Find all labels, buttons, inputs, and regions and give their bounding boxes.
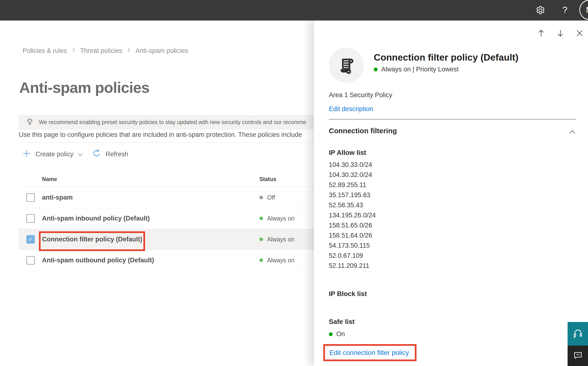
column-header-status[interactable]: Status <box>259 176 276 183</box>
close-icon[interactable] <box>575 28 584 38</box>
status-dot-icon <box>374 68 378 71</box>
policy-details-flyout: Connection filter policy (Default) Alway… <box>314 20 588 366</box>
chevron-right-icon <box>127 47 131 55</box>
section-title: Connection filtering <box>329 127 397 135</box>
safe-list-status: On <box>329 330 345 338</box>
annotation-red-box: Edit connection filter policy <box>323 344 417 361</box>
status-label: Off <box>267 194 275 201</box>
status-label: On <box>336 330 345 338</box>
row-checkbox[interactable] <box>26 214 35 223</box>
status-dot-icon <box>329 332 333 336</box>
breadcrumb: Policies & rules Threat policies Anti-sp… <box>22 47 188 55</box>
ip-allow-list-label: IP Allow list <box>329 149 366 157</box>
refresh-icon <box>92 149 101 160</box>
row-checkbox-checked[interactable] <box>26 235 35 244</box>
policy-name: Connection filter policy (Default) <box>42 236 142 243</box>
toolbar: Create policy Refresh <box>22 148 128 161</box>
avatar-initial: M <box>586 5 588 15</box>
policy-name: Anti-spam inbound policy (Default) <box>42 215 150 222</box>
feedback-button[interactable] <box>568 346 588 366</box>
flyout-nav <box>536 28 584 38</box>
banner-text: We recommend enabling preset security po… <box>39 119 306 126</box>
next-item-button[interactable] <box>556 28 565 38</box>
page-title: Anti-spam policies <box>19 79 149 96</box>
refresh-label: Refresh <box>106 151 129 158</box>
status-label: Always on <box>267 257 294 264</box>
edit-description-link[interactable]: Edit description <box>329 105 373 113</box>
policy-description: Area 1 Security Policy <box>329 92 392 99</box>
app-window: ? M Policies & rules Threat policies Ant… <box>0 0 588 366</box>
flyout-title: Connection filter policy (Default) <box>374 52 578 63</box>
policy-status: Always on <box>259 215 294 222</box>
ip-block-list-label: IP Block list <box>329 290 367 298</box>
column-header-name[interactable]: Name <box>42 176 57 183</box>
policy-type-badge <box>329 48 364 83</box>
status-dot-icon <box>259 238 263 241</box>
question-mark-icon: ? <box>563 5 568 15</box>
policy-name: Anti-spam outbound policy (Default) <box>42 257 154 264</box>
breadcrumb-threat-policies[interactable]: Threat policies <box>80 47 123 55</box>
ip-entry: 158.51.64.0/26 <box>329 230 376 240</box>
edit-connection-filter-policy-link[interactable]: Edit connection filter policy <box>329 349 409 357</box>
ip-entry: 104.30.33.0/24 <box>329 160 376 170</box>
settings-button[interactable] <box>535 5 546 16</box>
previous-item-button[interactable] <box>536 28 546 38</box>
policy-status: Always on <box>259 257 294 264</box>
plus-icon <box>22 149 31 160</box>
create-policy-button[interactable]: Create policy <box>22 149 83 160</box>
ip-entry: 134.195.26.0/24 <box>329 210 376 220</box>
ip-entry: 52.89.255.11 <box>329 180 376 190</box>
policy-status: Always on <box>259 236 294 243</box>
create-policy-label: Create policy <box>36 151 74 158</box>
top-bar: ? M <box>0 0 588 20</box>
account-avatar[interactable]: M <box>579 0 588 20</box>
status-label: Always on <box>267 236 294 243</box>
chevron-down-icon <box>77 151 83 159</box>
status-dot-icon <box>259 196 263 199</box>
ip-entry: 54.173.50.115 <box>329 240 376 251</box>
section-connection-filtering[interactable]: Connection filtering <box>329 127 576 135</box>
ip-entry: 35.157.195.63 <box>329 190 376 200</box>
status-label: Always on <box>267 215 294 222</box>
ip-entry: 158.51.65.0/26 <box>329 220 376 230</box>
ip-allow-list: 104.30.33.0/24 104.30.32.0/24 52.89.255.… <box>329 160 376 271</box>
breadcrumb-policies-and-rules[interactable]: Policies & rules <box>22 47 67 55</box>
refresh-button[interactable]: Refresh <box>92 149 129 160</box>
scroll-policy-icon <box>337 55 356 75</box>
status-dot-icon <box>259 217 263 220</box>
ip-entry: 52.0.67.109 <box>329 251 376 261</box>
ip-entry: 104.30.32.0/24 <box>329 170 376 180</box>
status-dot-icon <box>259 259 263 262</box>
support-button[interactable] <box>568 322 588 346</box>
gear-icon <box>535 12 546 16</box>
status-label: Always on | Priority Lowest <box>381 66 459 73</box>
headset-icon <box>572 328 583 340</box>
ip-entry: 52.58.35.43 <box>329 200 376 210</box>
breadcrumb-anti-spam-policies: Anti-spam policies <box>135 47 188 55</box>
divider <box>329 119 576 120</box>
feedback-chat-icon <box>573 350 583 361</box>
row-checkbox[interactable] <box>26 256 35 265</box>
help-button[interactable]: ? <box>560 3 570 17</box>
flyout-status: Always on | Priority Lowest <box>374 66 459 73</box>
ip-entry: 52.11.209.211 <box>329 261 376 271</box>
lightbulb-icon <box>25 118 34 127</box>
policy-name: anti-spam <box>42 194 73 201</box>
chevron-right-icon <box>72 47 75 55</box>
safe-list-label: Safe list <box>329 318 354 326</box>
chevron-up-icon <box>569 128 576 136</box>
row-checkbox[interactable] <box>26 193 35 202</box>
policy-status: Off <box>259 194 275 201</box>
